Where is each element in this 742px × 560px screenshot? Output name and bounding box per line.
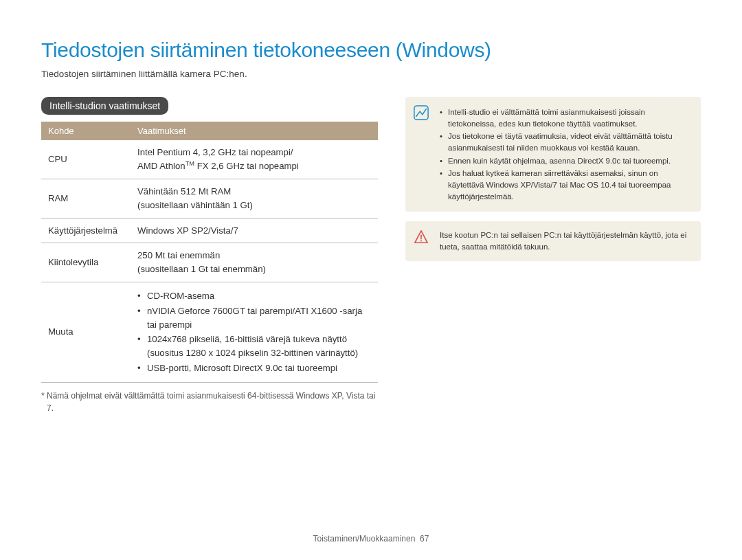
list-item: 1024x768 pikseliä, 16-bittisiä värejä tu… — [137, 333, 371, 360]
page-subtitle: Tiedostojen siirtäminen liittämällä kame… — [41, 69, 701, 79]
cell-value: Intel Pentium 4, 3,2 GHz tai nopeampi/ A… — [131, 140, 378, 179]
cell-value: 250 Mt tai enemmän (suositellaan 1 Gt ta… — [131, 243, 378, 282]
cell-label: Käyttöjärjestelmä — [41, 218, 131, 243]
text: Intel Pentium 4, 3,2 GHz tai nopeampi/ — [137, 147, 293, 157]
table-header-kohde: Kohde — [41, 122, 131, 140]
text: Vähintään 512 Mt RAM — [137, 186, 231, 197]
text: (suositellaan vähintään 1 Gt) — [137, 200, 253, 210]
page-footer: Toistaminen/Muokkaaminen 67 — [0, 534, 742, 544]
footer-page-number: 67 — [420, 534, 429, 544]
text: 250 Mt tai enemmän — [137, 250, 220, 260]
note-icon — [414, 105, 429, 120]
footer-section: Toistaminen/Muokkaaminen — [313, 534, 416, 544]
text: AMD Athlon — [137, 161, 186, 171]
list-item: CD-ROM-asema — [137, 289, 371, 303]
warning-note-box: Itse kootun PC:n tai sellaisen PC:n tai … — [405, 221, 701, 260]
section-heading: Intelli-studion vaatimukset — [41, 97, 168, 115]
table-row: CPU Intel Pentium 4, 3,2 GHz tai nopeamp… — [41, 140, 378, 179]
footnote: * Nämä ohjelmat eivät välttämättä toimi … — [41, 390, 378, 414]
list-item: nVIDIA Geforce 7600GT tai parempi/ATI X1… — [137, 304, 371, 332]
list-item: Jos haluat kytkeä kameran siirrettäväksi… — [440, 168, 691, 202]
requirements-table: Kohde Vaatimukset CPU Intel Pentium 4, 3… — [41, 122, 378, 383]
table-row: Kiintolevytila 250 Mt tai enemmän (suosi… — [41, 243, 378, 282]
svg-point-2 — [420, 240, 422, 242]
cell-value: Vähintään 512 Mt RAM (suositellaan vähin… — [131, 179, 378, 218]
table-row: Muuta CD-ROM-asema nVIDIA Geforce 7600GT… — [41, 282, 378, 382]
list-item: Ennen kuin käytät ohjelmaa, asenna Direc… — [440, 155, 691, 167]
cell-label: Kiintolevytila — [41, 243, 131, 282]
list-item: USB-portti, Microsoft DirectX 9.0c tai t… — [137, 361, 371, 375]
text: FX 2,6 GHz tai nopeampi — [194, 161, 299, 171]
cell-label: Muuta — [41, 282, 131, 382]
table-header-vaatimukset: Vaatimukset — [131, 122, 378, 140]
table-row: Käyttöjärjestelmä Windows XP SP2/Vista/7 — [41, 218, 378, 243]
warning-text: Itse kootun PC:n tai sellaisen PC:n tai … — [440, 229, 691, 252]
cell-value: CD-ROM-asema nVIDIA Geforce 7600GT tai p… — [131, 282, 378, 382]
warning-icon — [414, 229, 429, 245]
list-item: Jos tietokone ei täytä vaatimuksia, vide… — [440, 131, 691, 153]
page-title: Tiedostojen siirtäminen tietokoneeseen (… — [41, 38, 701, 62]
trademark: TM — [186, 160, 194, 167]
text: (suositellaan 1 Gt tai enemmän) — [137, 264, 266, 274]
list-item: Intelli-studio ei välttämättä toimi asia… — [440, 107, 691, 129]
cell-label: CPU — [41, 140, 131, 179]
table-row: RAM Vähintään 512 Mt RAM (suositellaan v… — [41, 179, 378, 218]
cell-label: RAM — [41, 179, 131, 218]
info-note-box: Intelli-studio ei välttämättä toimi asia… — [405, 97, 701, 212]
cell-value: Windows XP SP2/Vista/7 — [131, 218, 378, 243]
